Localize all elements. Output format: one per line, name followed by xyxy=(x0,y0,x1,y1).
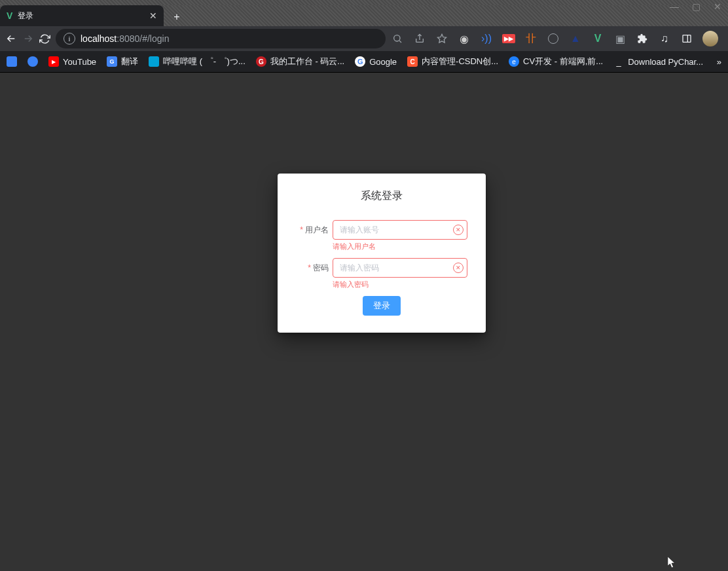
bookmarks-bar: ▶YouTube G翻译 哔哩哔哩 ( ゜- ゜)つ... G我的工作台 - 码… xyxy=(0,51,728,73)
bookmark-item[interactable]: GGoogle xyxy=(355,56,397,67)
gitee-icon: G xyxy=(256,56,266,67)
forward-button[interactable] xyxy=(22,30,34,47)
svg-rect-2 xyxy=(683,35,691,43)
password-row: *密码 ✕ xyxy=(296,258,467,278)
extensions-area: ◉ ›)) ▶▶ 卝 ▲ V ▣ ♫ xyxy=(458,32,693,45)
window-titlebar xyxy=(0,0,728,5)
extension-icon[interactable]: V xyxy=(591,32,604,45)
extension-icon[interactable]: ▲ xyxy=(569,32,582,45)
username-input[interactable] xyxy=(333,220,467,240)
bookmark-item[interactable]: C内容管理-CSDN创... xyxy=(407,56,498,67)
translate-icon: G xyxy=(107,56,117,67)
address-bar[interactable]: i localhost:8080/#/login xyxy=(56,29,386,48)
bookmarks-overflow-icon[interactable]: » xyxy=(717,57,721,67)
extension-icon[interactable] xyxy=(547,32,560,45)
link-icon: e xyxy=(509,56,519,67)
browser-tab-active[interactable]: V 登录 ✕ xyxy=(0,5,164,26)
plus-icon: + xyxy=(173,11,179,23)
new-tab-button[interactable]: + xyxy=(168,8,186,26)
profile-avatar[interactable] xyxy=(702,31,718,46)
bookmark-item[interactable]: 哔哩哔哩 ( ゜- ゜)つ... xyxy=(149,56,246,67)
error-icon: ✕ xyxy=(453,263,464,273)
extension-icon[interactable]: ◉ xyxy=(458,32,471,45)
site-info-icon[interactable]: i xyxy=(64,33,75,45)
extension-icon[interactable]: ›)) xyxy=(480,32,493,45)
login-button[interactable]: 登录 xyxy=(363,296,401,316)
vue-icon: V xyxy=(7,10,12,21)
svg-marker-1 xyxy=(437,34,446,43)
extension-icon[interactable]: ♫ xyxy=(658,32,671,45)
bookmark-item[interactable]: eCV开发 - 前端网,前... xyxy=(509,56,603,67)
bookmark-item[interactable]: ▶YouTube xyxy=(48,56,96,67)
bookmark-item[interactable] xyxy=(7,56,17,67)
zoom-icon[interactable] xyxy=(391,32,404,45)
browser-toolbar: i localhost:8080/#/login ◉ ›)) ▶▶ 卝 ▲ V … xyxy=(0,26,728,51)
password-label: *密码 xyxy=(296,263,329,274)
paw-icon xyxy=(27,56,38,67)
extension-icon[interactable]: ▣ xyxy=(613,32,627,45)
login-title: 系统登录 xyxy=(296,189,467,203)
password-error: 请输入密码 xyxy=(333,280,467,289)
bilibili-icon xyxy=(149,56,159,67)
tab-title: 登录 xyxy=(18,10,33,22)
bookmark-item[interactable]: _Download PyChar... xyxy=(613,56,703,67)
username-error: 请输入用户名 xyxy=(333,242,467,251)
login-card: 系统登录 *用户名 ✕ 请输入用户名 *密码 ✕ 请输入密码 登录 xyxy=(278,174,486,333)
svg-point-0 xyxy=(394,35,400,41)
extensions-puzzle-icon[interactable] xyxy=(636,32,649,45)
window-controls: ― ▢ ✕ xyxy=(670,0,728,13)
bookmark-item[interactable]: G我的工作台 - 码云... xyxy=(256,56,344,67)
google-icon: G xyxy=(355,56,365,67)
close-tab-icon[interactable]: ✕ xyxy=(149,10,157,21)
close-window-icon[interactable]: ✕ xyxy=(714,1,721,12)
page-content: 系统登录 *用户名 ✕ 请输入用户名 *密码 ✕ 请输入密码 登录 xyxy=(0,73,728,571)
mouse-cursor-icon xyxy=(668,557,677,568)
link-icon: _ xyxy=(613,56,624,67)
csdn-icon: C xyxy=(407,56,418,67)
bookmark-star-icon[interactable] xyxy=(435,32,448,45)
extension-icon[interactable]: 卝 xyxy=(524,32,537,45)
maximize-icon[interactable]: ▢ xyxy=(692,1,701,12)
username-row: *用户名 ✕ xyxy=(296,220,467,240)
share-icon[interactable] xyxy=(413,32,426,45)
password-input[interactable] xyxy=(333,258,467,278)
side-panel-icon[interactable] xyxy=(680,32,693,45)
bookmark-item[interactable]: G翻译 xyxy=(107,56,138,67)
youtube-icon: ▶ xyxy=(48,56,59,67)
tab-strip: V 登录 ✕ + xyxy=(0,5,728,26)
back-button[interactable] xyxy=(5,30,17,47)
minimize-icon[interactable]: ― xyxy=(670,1,679,12)
reload-button[interactable] xyxy=(39,30,50,47)
error-icon: ✕ xyxy=(453,225,464,235)
username-label: *用户名 xyxy=(296,225,329,236)
extension-icon[interactable]: ▶▶ xyxy=(502,32,515,45)
bookmark-item[interactable] xyxy=(27,56,38,67)
url-text: localhost:8080/#/login xyxy=(81,33,169,44)
bookmark-icon xyxy=(7,56,17,67)
